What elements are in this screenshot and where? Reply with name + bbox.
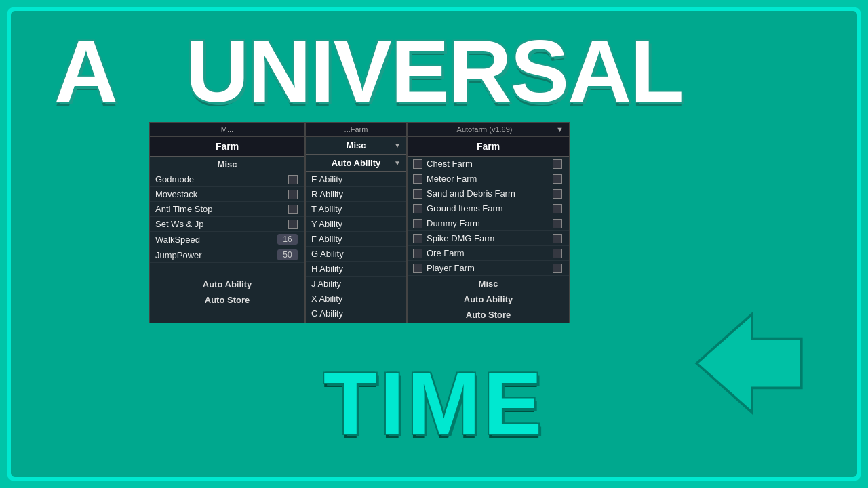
- item-label-r-ability: R Ability: [311, 189, 343, 199]
- panel-left-section: Misc: [150, 157, 304, 172]
- list-item[interactable]: G Ability: [306, 247, 406, 262]
- item-label-walkspeed: WalkSpeed: [155, 235, 200, 245]
- title-universal: UNIVERSAL: [185, 20, 682, 122]
- checkbox-ore-farm[interactable]: [413, 249, 422, 258]
- panel-middle-top-fade: ...Farm: [306, 123, 406, 137]
- checkbox-meteor-farm-right[interactable]: [553, 174, 562, 184]
- list-item[interactable]: C Ability: [306, 306, 406, 321]
- item-label-chest-farm: Chest Farm: [422, 159, 553, 169]
- checkbox-setwsjp[interactable]: [288, 220, 298, 229]
- list-item[interactable]: Chest Farm: [408, 157, 569, 171]
- checkbox-chest-farm[interactable]: [413, 159, 422, 169]
- list-item[interactable]: R Ability: [306, 187, 406, 202]
- panel-left-auto-ability: Auto Ability: [150, 277, 304, 292]
- chevron-down-icon-2: ▼: [394, 159, 401, 167]
- checkbox-godmode[interactable]: [288, 175, 298, 184]
- list-item[interactable]: Ore Farm: [408, 246, 569, 261]
- item-label-e-ability: E Ability: [311, 174, 342, 184]
- checkbox-player-farm-right[interactable]: [553, 264, 562, 273]
- item-label-debris-farm: Sand and Debris Farm: [422, 188, 553, 199]
- list-item[interactable]: Sand and Debris Farm: [408, 186, 569, 201]
- value-walkspeed[interactable]: 16: [277, 234, 298, 245]
- panel-middle: ...Farm Misc ▼ Auto Ability ▼ E Ability …: [305, 122, 407, 323]
- arrow-icon: [678, 296, 814, 431]
- panel-right-misc-section: Misc: [408, 276, 569, 291]
- panel-left-auto-store: Auto Store: [150, 292, 304, 308]
- list-item[interactable]: JumpPower 50: [150, 247, 304, 263]
- item-label-jumppower: JumpPower: [155, 250, 202, 260]
- list-item[interactable]: Godmode: [150, 172, 304, 187]
- item-label-c-ability: C Ability: [311, 308, 343, 319]
- item-label-player-farm: Player Farm: [422, 263, 553, 273]
- item-label-movestack: Movestack: [155, 189, 197, 199]
- checkbox-ore-farm-right[interactable]: [553, 249, 562, 258]
- panel-right-top-fade: Autofarm (v1.69) ▼: [408, 123, 569, 137]
- panel-right: Autofarm (v1.69) ▼ Farm Chest Farm Meteo…: [407, 122, 570, 323]
- item-label-dummy-farm: Dummy Farm: [422, 218, 553, 228]
- item-label-spike-dmg-farm: Spike DMG Farm: [422, 233, 553, 243]
- chevron-down-icon: ▼: [394, 142, 401, 149]
- item-label-h-ability: H Ability: [311, 264, 343, 274]
- list-item[interactable]: T Ability: [306, 202, 406, 217]
- checkbox-ground-items-farm[interactable]: [413, 204, 422, 214]
- title-time: TIME: [323, 352, 545, 454]
- checkbox-movestack[interactable]: [288, 190, 298, 199]
- item-label-antitimestop: Anti Time Stop: [155, 204, 213, 214]
- item-label-ground-items-farm: Ground Items Farm: [422, 203, 553, 214]
- checkbox-antitimestop[interactable]: [288, 205, 298, 214]
- panel-left-top-fade: M...: [150, 123, 304, 137]
- auto-ability-label: Auto Ability: [332, 158, 380, 168]
- checkbox-spike-dmg-farm-right[interactable]: [553, 234, 562, 243]
- list-item[interactable]: Spike DMG Farm: [408, 231, 569, 246]
- checkbox-debris-farm[interactable]: [413, 189, 422, 199]
- checkbox-spike-dmg-farm[interactable]: [413, 234, 422, 243]
- list-item[interactable]: Ground Items Farm: [408, 201, 569, 216]
- item-label-j-ability: J Ability: [311, 279, 341, 289]
- arrow-container: [678, 296, 814, 434]
- list-item[interactable]: WalkSpeed 16: [150, 232, 304, 247]
- item-label-f-ability: F Ability: [311, 234, 342, 244]
- item-label-setwsjp: Set Ws & Jp: [155, 219, 204, 229]
- item-label-t-ability: T Ability: [311, 204, 342, 214]
- list-item[interactable]: J Ability: [306, 277, 406, 291]
- item-label-y-ability: Y Ability: [311, 219, 342, 229]
- list-item[interactable]: H Ability: [306, 262, 406, 277]
- panel-middle-section-dropdown[interactable]: Misc ▼: [306, 137, 406, 155]
- item-label-ore-farm: Ore Farm: [422, 248, 553, 258]
- checkbox-dummy-farm-right[interactable]: [553, 219, 562, 228]
- checkbox-ground-items-farm-right[interactable]: [553, 204, 562, 214]
- panels-container: M... Farm Misc Godmode Movestack Anti Ti…: [149, 122, 570, 323]
- panel-right-auto-ability: Auto Ability: [408, 291, 569, 307]
- panel-left: M... Farm Misc Godmode Movestack Anti Ti…: [149, 122, 305, 323]
- list-item[interactable]: Meteor Farm: [408, 171, 569, 186]
- list-item[interactable]: Set Ws & Jp: [150, 217, 304, 232]
- list-item[interactable]: Player Farm: [408, 261, 569, 276]
- title-a: A: [54, 20, 118, 122]
- list-item[interactable]: Movestack: [150, 187, 304, 202]
- checkbox-meteor-farm[interactable]: [413, 174, 422, 184]
- list-item[interactable]: Y Ability: [306, 217, 406, 232]
- value-jumppower[interactable]: 50: [277, 249, 298, 260]
- checkbox-debris-farm-right[interactable]: [553, 189, 562, 199]
- item-label-g-ability: G Ability: [311, 249, 344, 259]
- list-item[interactable]: Anti Time Stop: [150, 202, 304, 217]
- auto-ability-dropdown[interactable]: Auto Ability ▼: [306, 155, 406, 172]
- checkbox-player-farm[interactable]: [413, 264, 422, 273]
- item-label-godmode: Godmode: [155, 174, 194, 184]
- item-label-meteor-farm: Meteor Farm: [422, 174, 553, 184]
- checkbox-dummy-farm[interactable]: [413, 219, 422, 228]
- panel-right-auto-store: Auto Store: [408, 307, 569, 323]
- list-item[interactable]: X Ability: [306, 291, 406, 306]
- list-item[interactable]: E Ability: [306, 172, 406, 187]
- misc-label: Misc: [347, 140, 366, 150]
- panel-left-header: Farm: [150, 137, 304, 157]
- checkbox-chest-farm-right[interactable]: [553, 159, 562, 169]
- item-label-x-ability: X Ability: [311, 293, 342, 304]
- list-item[interactable]: F Ability: [306, 232, 406, 247]
- panel-right-header: Farm: [408, 137, 569, 157]
- list-item[interactable]: Dummy Farm: [408, 216, 569, 231]
